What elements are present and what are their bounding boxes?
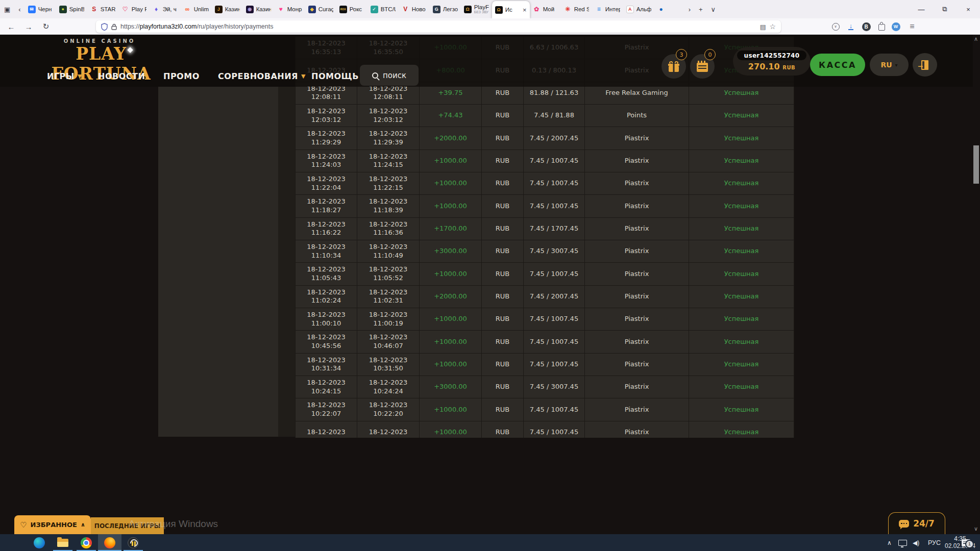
- taskbar-edge-button[interactable]: [28, 534, 51, 551]
- tab-title: Ис: [505, 7, 519, 13]
- browser-tab[interactable]: ✉Черн: [25, 0, 56, 18]
- tab-scroll-left-icon[interactable]: ‹: [14, 6, 24, 13]
- url-bar[interactable]: https://playfortuna3zl0.com/ru/player/hi…: [96, 20, 781, 33]
- extensions-puzzle-icon[interactable]: [874, 18, 889, 35]
- pocket-icon[interactable]: ∨: [828, 18, 843, 35]
- notification-center-icon[interactable]: 1: [962, 534, 970, 551]
- browser-tab[interactable]: ●: [654, 0, 684, 18]
- cell-balance: 7.45 / 1007.45: [524, 421, 585, 438]
- cell-status: Успешная: [689, 105, 794, 127]
- cell-balance: 7.45 / 1007.45: [524, 398, 585, 420]
- taskbar-obs-button[interactable]: [121, 534, 145, 551]
- scrollbar-up-icon[interactable]: ∧: [972, 36, 980, 42]
- browser-tab[interactable]: ∞Unlim: [181, 0, 212, 18]
- browser-tab[interactable]: ✿Мой: [530, 0, 561, 18]
- browser-tab[interactable]: ◆Curaç: [305, 0, 336, 18]
- cell-balance: 7.45 / 2007.45: [524, 286, 585, 308]
- taskbar-explorer-button[interactable]: [51, 534, 75, 551]
- browser-tab[interactable]: SSTARD: [87, 0, 118, 18]
- browser-tab[interactable]: AАльф: [623, 0, 654, 18]
- list-tabs-icon[interactable]: ∨: [707, 6, 720, 13]
- browser-tab[interactable]: JКазин: [212, 0, 243, 18]
- scrollbar-down-icon[interactable]: ∨: [972, 525, 980, 532]
- browser-tab[interactable]: ◉Казин: [243, 0, 274, 18]
- tab-close-icon[interactable]: ×: [522, 6, 527, 14]
- cell-balance: 7.45 / 1007.45: [524, 308, 585, 330]
- search-button[interactable]: поиск: [360, 65, 419, 86]
- cell-currency: RUB: [482, 263, 524, 285]
- language-indicator[interactable]: РУС: [928, 534, 941, 551]
- back-button[interactable]: ←: [4, 18, 18, 35]
- browser-tab[interactable]: ROXРокс: [336, 0, 368, 18]
- cell-currency: RUB: [482, 421, 524, 438]
- obs-icon: [128, 537, 139, 548]
- scrollbar-thumb[interactable]: [973, 145, 979, 184]
- menu-hamburger-icon[interactable]: ≡: [904, 18, 920, 35]
- window-restore-button[interactable]: ⧉: [933, 0, 957, 18]
- username: user142552740: [737, 51, 806, 60]
- browser-tab[interactable]: ΩPlayFoБЕЗ ЗВУ: [461, 0, 492, 18]
- browser-tab[interactable]: ●SpinB: [56, 0, 87, 18]
- cell-balance: 7.45 / 3007.45: [524, 240, 585, 262]
- cell-currency: RUB: [482, 240, 524, 262]
- payment-row: 18-12-202311:10:3418-12-202311:10:49+300…: [295, 240, 794, 263]
- cell-method: Piastrix: [585, 308, 689, 330]
- nav-item-4[interactable]: СОРЕВНОВАНИЯ▼: [218, 65, 306, 87]
- browser-tab-active[interactable]: ΩИс×: [492, 1, 530, 18]
- downloads-icon[interactable]: ↓: [843, 18, 859, 35]
- forward-button[interactable]: →: [21, 18, 36, 35]
- tray-chevron-icon[interactable]: ∧: [887, 534, 892, 551]
- logout-button[interactable]: →: [913, 53, 937, 77]
- windows-taskbar: ∧ ◀) РУС 4:35 02.02.2024 1: [0, 534, 980, 551]
- browser-tab[interactable]: ♡Play F: [118, 0, 150, 18]
- tab-title: Red St: [574, 6, 589, 12]
- cell-date-processed: 18-12-202310:31:50: [357, 354, 420, 375]
- browser-tab[interactable]: VНово: [399, 0, 430, 18]
- favorites-tab[interactable]: ♡ ИЗБРАННОЕ ∧: [14, 515, 91, 534]
- tracking-shield-icon[interactable]: [101, 23, 108, 31]
- browser-tab[interactable]: GЛегзо: [430, 0, 461, 18]
- browser-tab[interactable]: ≡Интер: [592, 0, 623, 18]
- cell-currency: RUB: [482, 105, 524, 127]
- new-tab-button[interactable]: +: [695, 6, 707, 13]
- cell-currency: RUB: [482, 331, 524, 353]
- tab-title: Curaç: [318, 6, 333, 12]
- nav-item-1[interactable]: ИГРЫ▼: [47, 65, 82, 87]
- language-label: RU: [880, 61, 892, 69]
- network-icon[interactable]: [898, 534, 907, 551]
- owl-icon: ◉: [246, 6, 254, 13]
- reload-button[interactable]: ↻: [39, 18, 53, 35]
- cell-date-created: 18-12-202312:03:12: [295, 105, 357, 127]
- volume-icon[interactable]: ◀): [913, 534, 919, 551]
- cashier-button[interactable]: КАССА: [810, 54, 865, 76]
- browser-tab[interactable]: ♦Эй, ч: [150, 0, 181, 18]
- nav-item-2[interactable]: НОВОСТИ: [98, 65, 145, 87]
- taskbar-chrome-button[interactable]: [75, 534, 98, 551]
- reader-mode-icon[interactable]: ▤: [760, 23, 766, 31]
- cell-date-created: 18-12-202311:10:34: [295, 240, 357, 262]
- cell-status: Успешная: [689, 376, 794, 398]
- browser-tab[interactable]: ✓BTC/U: [368, 0, 399, 18]
- support-chat-button[interactable]: 24/7: [888, 512, 945, 534]
- payment-row: 18-12-202310:22:0718-12-202310:22:20+100…: [295, 398, 794, 421]
- coin-j-icon: J: [215, 6, 223, 13]
- nav-item-5[interactable]: ПОМОЩЬ: [311, 65, 359, 87]
- payment-row: 18-12-202311:18:2718-12-202311:18:39+100…: [295, 195, 794, 217]
- firefox-view-icon[interactable]: ▣: [0, 6, 14, 13]
- cell-date-processed: 18-12-202311:29:39: [357, 127, 420, 149]
- browser-tab[interactable]: ✳Red St: [561, 0, 592, 18]
- bookmark-star-icon[interactable]: ☆: [769, 22, 776, 31]
- taskbar-firefox-button[interactable]: [98, 534, 121, 551]
- account-extension-icon[interactable]: B: [859, 18, 874, 35]
- nav-item-3[interactable]: ПРОМО: [163, 65, 200, 87]
- cell-status: Успешная: [689, 172, 794, 194]
- tab-title: Черн: [38, 6, 53, 12]
- tab-scroll-right-icon[interactable]: ›: [684, 6, 695, 13]
- translate-globe-icon[interactable]: W: [888, 18, 903, 35]
- window-close-button[interactable]: ×: [957, 0, 980, 18]
- language-dropdown[interactable]: RU ▾: [870, 54, 909, 76]
- cell-method: Piastrix: [585, 286, 689, 308]
- cell-balance: 7.45 / 81.88: [524, 105, 585, 127]
- window-minimize-button[interactable]: —: [910, 0, 933, 18]
- browser-tab[interactable]: ♥Монр: [274, 0, 305, 18]
